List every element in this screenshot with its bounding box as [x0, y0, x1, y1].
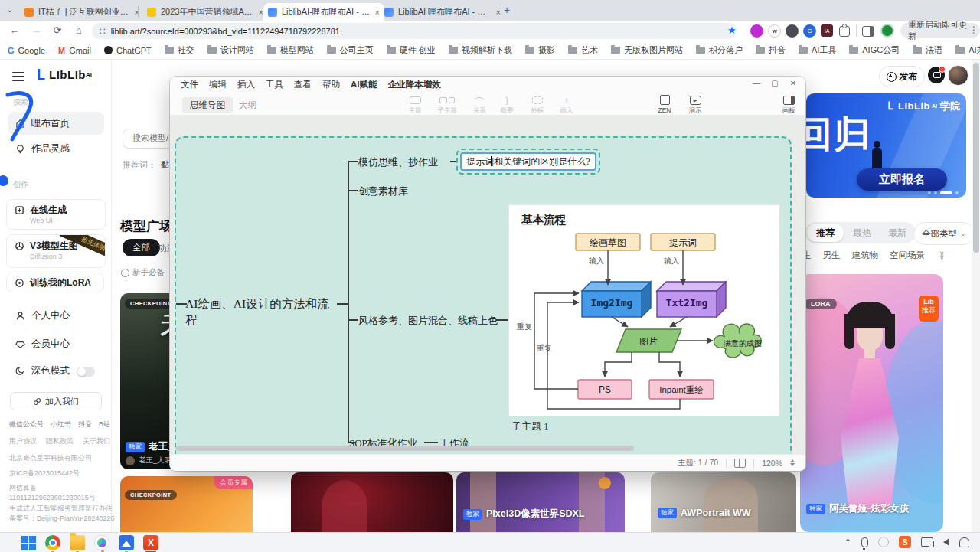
sidebar-item-home[interactable]: 哩布首页: [8, 112, 104, 135]
bookmark-folder[interactable]: 法语: [913, 44, 942, 56]
taskbar-xmind-icon[interactable]: X: [143, 535, 158, 550]
sort-tab-recommend[interactable]: 推荐: [807, 224, 844, 242]
user-avatar[interactable]: [948, 65, 969, 86]
tool-zen[interactable]: ZEN: [649, 94, 680, 114]
browser-tab-2[interactable]: 2023年中国营销领域AIGC技术 ×: [142, 3, 268, 21]
sidebar-item-personal[interactable]: 个人中心: [15, 309, 70, 322]
profile-avatar[interactable]: [880, 24, 894, 38]
link-wechat[interactable]: 微信公众号: [9, 420, 44, 430]
tag-item[interactable]: 空间场景: [890, 250, 925, 261]
bookmark-folder[interactable]: 社交: [165, 44, 194, 56]
mindmap-node-material[interactable]: 创意素材库: [358, 185, 408, 198]
link-privacy[interactable]: 隐私政策: [46, 436, 74, 446]
home-icon[interactable]: ⌂: [70, 24, 87, 36]
tab-close-icon[interactable]: ×: [496, 8, 501, 17]
mindmap-node-imitate[interactable]: 模仿思维、抄作业: [358, 155, 438, 169]
split-view-icon[interactable]: [862, 26, 874, 37]
selected-node-box[interactable]: 提示词和关键词的区别是什么?: [460, 152, 596, 171]
sort-tab-hot[interactable]: 最热: [845, 224, 879, 242]
maximize-icon[interactable]: ▢: [767, 79, 782, 87]
taskbar-chrome-icon[interactable]: [45, 535, 60, 550]
filter-pill-all[interactable]: 全部: [122, 239, 160, 256]
join-us-button[interactable]: 加入我们: [10, 392, 102, 410]
menu-edit[interactable]: 编辑: [209, 79, 227, 90]
tool-board[interactable]: 画板: [773, 94, 804, 116]
scrollbar-thumb[interactable]: [973, 63, 979, 253]
tab-search-chevron-icon[interactable]: ⌄: [6, 5, 13, 15]
menu-insert[interactable]: 插入: [237, 79, 255, 90]
browser-menu-icon[interactable]: ⋮: [969, 24, 978, 35]
mindmap-subtopic-label[interactable]: 子主题 1: [511, 420, 549, 433]
model-card-pixel[interactable]: 独家 Pixel3D像素世界SDXL: [456, 472, 625, 532]
menu-ai[interactable]: AI赋能: [351, 79, 377, 90]
mindmap-selected-node[interactable]: 提示词和关键词的区别是什么?: [456, 149, 600, 175]
model-card-orange[interactable]: CHECKPOINT 会员专属: [120, 476, 253, 532]
doc-tab-outline[interactable]: 大纲: [239, 100, 256, 111]
mindmap-canvas[interactable]: AI绘画、AI设计的方法和流程 模仿思维、抄作业 提示词和关键词的区别是什么? …: [170, 115, 805, 454]
taskbar-explorer-icon[interactable]: [70, 535, 85, 550]
model-card-portrait[interactable]: 独家 AWPortrait WW: [651, 472, 796, 532]
bookmark-folder[interactable]: 设计网站: [207, 44, 254, 56]
taskbar-blue-app-icon[interactable]: [119, 535, 134, 550]
bookmark-folder[interactable]: 抖音: [756, 44, 786, 56]
bookmark-folder[interactable]: 摄影: [525, 44, 555, 56]
bookmark-folder[interactable]: 积分落户: [696, 44, 743, 56]
notification-bell-icon[interactable]: [959, 537, 969, 547]
tool-topic[interactable]: 主题: [400, 94, 430, 116]
bookmark-chatgpt[interactable]: ChatGPT: [104, 46, 152, 55]
extensions-puzzle-icon[interactable]: [839, 26, 850, 37]
menu-enterprise[interactable]: 企业降本增效: [388, 79, 441, 90]
extension-icon-ia[interactable]: IA: [821, 24, 833, 37]
bookmark-folder[interactable]: 硬件 创业: [387, 44, 436, 56]
close-window-icon[interactable]: ✕: [786, 79, 801, 87]
mindmap-root-node[interactable]: AI绘画、AI设计的方法和流程: [185, 296, 338, 328]
back-icon[interactable]: ←: [6, 24, 23, 36]
menu-help[interactable]: 帮助: [322, 79, 340, 90]
bookmark-folder[interactable]: AIGC公司: [849, 44, 900, 56]
bookmark-folder[interactable]: 公司主页: [327, 44, 374, 56]
tool-summary[interactable]: } 概要: [492, 94, 522, 116]
sidebar-item-online-gen[interactable]: 在线生成 Web UI: [6, 199, 106, 230]
mindmap-node-style[interactable]: 风格参考、图片混合、线稿上色: [358, 314, 498, 328]
extension-icon-1[interactable]: [750, 24, 763, 38]
extension-icon-3[interactable]: G: [803, 24, 816, 38]
url-bar[interactable]: ∷ liblib.art/?sourceId=000293&bd_vid=111…: [92, 23, 737, 39]
publish-button[interactable]: 发布: [879, 66, 925, 87]
menu-view[interactable]: 查看: [294, 79, 312, 90]
bookmark-folder[interactable]: AI办公工具: [956, 44, 980, 56]
menu-tools[interactable]: 工具: [266, 79, 283, 90]
bookmark-folder[interactable]: 艺术: [568, 44, 598, 56]
chrome-update-button[interactable]: 重新启动即可更新: [900, 23, 980, 38]
tool-present[interactable]: ▶ 演示: [680, 94, 710, 116]
flowchart-image[interactable]: 基本流程 绘画草图 提示词 输入 输入 Img2Img Txt2Img 图片 满…: [509, 205, 779, 416]
start-button[interactable]: [21, 536, 36, 550]
browser-tab-4[interactable]: LiblibAI 哩布哩布AI - 中国领.. ×: [380, 3, 505, 21]
hscrollbar-thumb[interactable]: [176, 446, 634, 451]
site-settings-icon[interactable]: ∷: [100, 26, 106, 37]
sogou-input-icon[interactable]: S: [899, 536, 911, 548]
bookmark-folder[interactable]: 无版权图片网站: [611, 44, 683, 56]
menu-file[interactable]: 文件: [181, 79, 198, 90]
sidebar-item-member[interactable]: 会员中心: [15, 338, 70, 351]
tool-boundary[interactable]: 外框: [522, 94, 553, 116]
browser-tab-1[interactable]: IT桔子 | 泛互联网创业投资项目 ×: [20, 3, 144, 21]
type-filter-dropdown[interactable]: 全部类型 ⌄: [913, 222, 975, 245]
canvas-hscrollbar[interactable]: [176, 446, 799, 451]
sidebar-item-v3[interactable]: V3模型生图 Diffusion 3 抢先体验: [6, 234, 106, 268]
tool-subtopic[interactable]: 子主题: [432, 94, 462, 116]
sidebar-item-lora[interactable]: 训练我的LoRA: [6, 273, 104, 292]
link-xiaohongshu[interactable]: 小红书: [51, 420, 71, 430]
bookmark-google[interactable]: GGoogle: [8, 46, 45, 55]
academy-banner[interactable]: Ｌ LIbLIb AI 学院 回归 立即报名: [806, 93, 966, 198]
link-bilibili[interactable]: B站: [99, 420, 110, 430]
signup-button[interactable]: 立即报名: [857, 168, 947, 191]
expand-tags-icon[interactable]: ∨∨: [939, 252, 945, 260]
link-terms[interactable]: 用户协议: [9, 436, 37, 446]
liblib-logo[interactable]: Ｌ LIbLIb AI: [34, 64, 92, 85]
volume-icon[interactable]: [943, 538, 949, 546]
tab-close-icon[interactable]: ×: [135, 8, 139, 17]
network-icon[interactable]: [921, 537, 933, 547]
tray-expand-icon[interactable]: ⌃: [844, 537, 851, 547]
darkmode-toggle[interactable]: [77, 367, 95, 377]
microphone-icon[interactable]: [861, 537, 868, 547]
